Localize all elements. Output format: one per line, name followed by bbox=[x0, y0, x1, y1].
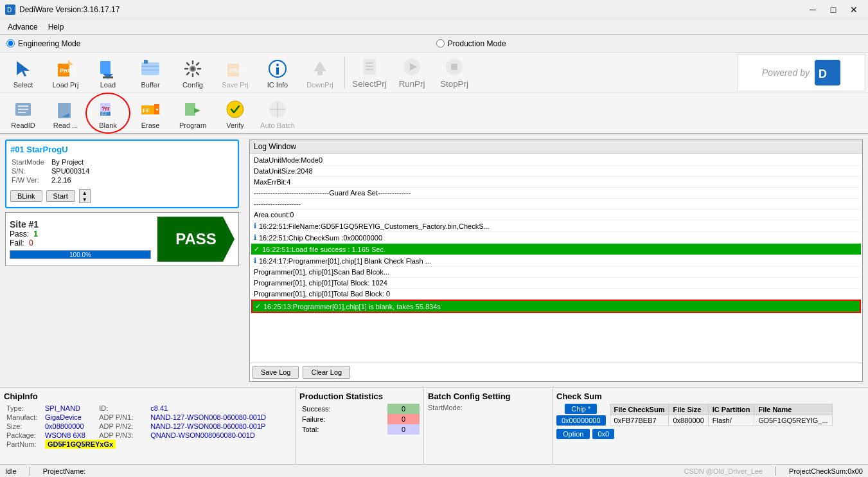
pass-indicator: PASS bbox=[157, 217, 235, 262]
start-button[interactable]: Start bbox=[46, 190, 75, 202]
svg-point-18 bbox=[276, 64, 279, 66]
svg-rect-22 bbox=[363, 59, 376, 75]
sn-value: SPU000314 bbox=[51, 167, 233, 175]
chip-manufact-value: GigaDevice bbox=[42, 413, 96, 422]
mode-bar: Engineering Mode Production Mode bbox=[0, 35, 868, 53]
fail-value: 0 bbox=[29, 239, 33, 248]
buffer-button[interactable]: Buffer bbox=[130, 54, 171, 91]
log-entry-0: DataUnitMode:Mode0 bbox=[251, 155, 861, 166]
save-prj-button[interactable]: PROJ Save Prj bbox=[215, 54, 256, 91]
log-entry-12: Programmer[01], chip[01]Total Bad Block:… bbox=[251, 289, 861, 300]
run-prj-button[interactable]: RunPrj bbox=[391, 54, 432, 91]
menu-advance[interactable]: Advance bbox=[3, 21, 43, 33]
load-prj-button[interactable]: PROJ Load Prj bbox=[45, 54, 86, 91]
close-button[interactable]: ✕ bbox=[845, 3, 863, 16]
toolbar-row2: ReadID Read ... ?rr FF Blank bbox=[0, 93, 868, 134]
log-title: Log Window bbox=[250, 140, 862, 154]
stepper-up-button[interactable]: ▲ bbox=[80, 190, 90, 196]
option-value: 0x0 bbox=[592, 429, 614, 439]
blank-button[interactable]: ?rr FF Blank bbox=[87, 94, 128, 132]
read-button[interactable]: Read ... bbox=[45, 94, 86, 132]
svg-rect-19 bbox=[276, 68, 279, 75]
verify-icon bbox=[224, 98, 247, 121]
log-text-13: 16:25:13:Programmer[01],chip[1] is blank… bbox=[263, 303, 441, 310]
stats-row-failure: Failure: 0 bbox=[299, 414, 420, 424]
maximize-button[interactable]: □ bbox=[824, 3, 842, 16]
device-info-table: StartMode By Project S/N: SPU000314 F/W … bbox=[10, 157, 234, 185]
erase-label: Erase bbox=[141, 122, 160, 129]
blink-button[interactable]: BLink bbox=[10, 190, 42, 202]
log-content[interactable]: DataUnitMode:Mode0 DataUnitSize:2048 Max… bbox=[250, 154, 862, 363]
success-icon-8: ✓ bbox=[254, 245, 260, 253]
option-controls: Option 0x0 bbox=[556, 429, 864, 439]
ic-info-button[interactable]: IC Info bbox=[257, 54, 298, 91]
load-button[interactable]: Load bbox=[87, 54, 128, 91]
load-prj-label: Load Prj bbox=[53, 81, 79, 89]
stop-prj-label: StopPrj bbox=[440, 79, 468, 89]
log-entry-6: ℹ 16:22:51:FileName:GD5F1GQ5REYIG_Custom… bbox=[251, 221, 861, 232]
engineering-mode-input[interactable] bbox=[6, 39, 15, 48]
production-mode-radio[interactable]: Production Mode bbox=[436, 39, 506, 48]
ic-info-icon bbox=[266, 57, 289, 80]
cs-header-file-checksum: File CheckSum bbox=[610, 404, 669, 415]
chip-package-label: Package: bbox=[4, 431, 42, 440]
save-log-button[interactable]: Save Log bbox=[252, 366, 299, 379]
config-icon bbox=[181, 57, 204, 80]
cs-header-file-size: File Size bbox=[669, 404, 708, 415]
check-sum-table: File CheckSum File Size IC Partition Fil… bbox=[610, 404, 833, 426]
cs-header-ic-partition: IC Partition bbox=[708, 404, 754, 415]
down-prj-button[interactable]: DownPrj bbox=[299, 54, 341, 91]
sn-label: S/N: bbox=[12, 167, 50, 175]
svg-marker-2 bbox=[17, 61, 30, 76]
blank-icon: ?rr FF bbox=[96, 98, 120, 121]
stepper-down-button[interactable]: ▼ bbox=[80, 196, 90, 203]
menu-help[interactable]: Help bbox=[43, 21, 69, 33]
svg-rect-12 bbox=[144, 60, 148, 64]
chip-button[interactable]: Chip * bbox=[565, 404, 597, 414]
read-id-icon bbox=[12, 98, 35, 121]
select-label: Select bbox=[13, 81, 33, 89]
buffer-icon bbox=[139, 57, 162, 80]
chip-value: 0x00000000 bbox=[556, 415, 606, 426]
chip-row-1: Manufact: GigaDevice ADP P/N1: NAND-127-… bbox=[4, 413, 291, 422]
verify-button[interactable]: Verify bbox=[215, 94, 256, 132]
stepper[interactable]: ▲ ▼ bbox=[79, 189, 91, 203]
svg-marker-47 bbox=[194, 108, 200, 113]
pass-value: 1 bbox=[33, 230, 38, 239]
engineering-mode-radio[interactable]: Engineering Mode bbox=[6, 39, 80, 48]
title-bar: D DediWare Version:3.16.17.17 ─ □ ✕ bbox=[0, 0, 868, 19]
config-label: Config bbox=[182, 81, 203, 89]
pass-text: PASS bbox=[175, 230, 217, 248]
save-prj-label: Save Prj bbox=[222, 81, 249, 89]
log-buttons: Save Log Clear Log bbox=[250, 363, 862, 381]
device-card: #01 StarProgU StartMode By Project S/N: … bbox=[5, 140, 239, 208]
device-info-row-fwver: F/W Ver: 2.2.16 bbox=[12, 176, 233, 184]
prod-stats-title: Production Statistics bbox=[299, 392, 420, 401]
auto-batch-button[interactable]: Auto Batch bbox=[257, 94, 298, 132]
status-bar: Idle ProjectName: CSDN @Old_Driver_Lee P… bbox=[0, 464, 868, 477]
select-button[interactable]: Select bbox=[3, 54, 44, 91]
progress-label: 100.0% bbox=[10, 251, 150, 258]
clear-log-button[interactable]: Clear Log bbox=[303, 366, 350, 379]
program-label: Program bbox=[179, 122, 206, 129]
log-text-5: Area count:0 bbox=[254, 211, 294, 219]
down-prj-icon bbox=[308, 57, 332, 80]
program-button[interactable]: Program bbox=[172, 94, 213, 132]
read-id-button[interactable]: ReadID bbox=[3, 94, 44, 132]
chip-adp-pn3-value: QNAND-WSON008060080-001D bbox=[148, 431, 291, 440]
read-icon bbox=[54, 98, 77, 121]
erase-button[interactable]: FF▼ Erase bbox=[130, 94, 171, 132]
option-button[interactable]: Option bbox=[556, 429, 590, 439]
stop-prj-button[interactable]: StopPrj bbox=[434, 54, 475, 91]
log-entry-11: Programmer[01], chip[01]Total Block: 102… bbox=[251, 278, 861, 289]
chip-adp-pn1-value: NAND-127-WSON008-060080-001D bbox=[148, 413, 291, 422]
chip-id-label: ID: bbox=[96, 404, 148, 413]
minimize-button[interactable]: ─ bbox=[804, 3, 822, 16]
chip-adp-pn1-label: ADP P/N1: bbox=[96, 413, 148, 422]
stats-table: Success: 0 Failure: 0 Total: 0 bbox=[299, 404, 420, 435]
info-icon-9: ℹ bbox=[254, 256, 256, 265]
production-mode-input[interactable] bbox=[436, 39, 445, 48]
select-prj-button[interactable]: SelectPrj bbox=[349, 54, 390, 91]
auto-batch-label: Auto Batch bbox=[260, 122, 295, 129]
config-button[interactable]: Config bbox=[172, 54, 213, 91]
